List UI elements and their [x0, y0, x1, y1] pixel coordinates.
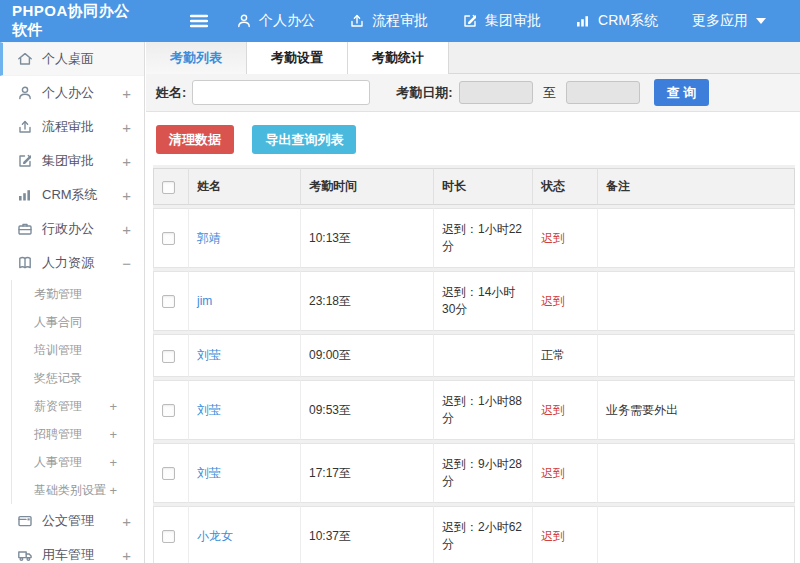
expand-toggle-icon[interactable]: + — [122, 513, 131, 530]
sidebar-subitem-label: 考勤管理 — [34, 286, 82, 303]
sidebar-subitem[interactable]: 奖惩记录 — [12, 364, 144, 392]
expand-toggle-icon[interactable]: + — [122, 187, 131, 204]
sidebar-item[interactable]: 公文管理+ — [0, 504, 144, 538]
tab-考勤列表[interactable]: 考勤列表 — [146, 42, 247, 74]
duration-cell: 迟到：14小时30分 — [434, 271, 533, 331]
doc-icon — [17, 513, 33, 529]
note-cell — [598, 443, 795, 503]
edit-icon — [17, 153, 33, 169]
name-cell: 刘莹 — [189, 443, 301, 503]
flow-icon — [17, 119, 33, 135]
sidebar-item[interactable]: 个人办公+ — [0, 76, 144, 110]
date-to-label: 至 — [543, 84, 556, 102]
search-button[interactable]: 查 询 — [654, 79, 710, 106]
sidebar-subitem-label: 培训管理 — [34, 342, 82, 359]
expand-toggle-icon[interactable]: + — [109, 399, 117, 414]
row-checkbox-cell — [153, 506, 189, 563]
user-icon — [236, 13, 252, 29]
sidebar-item[interactable]: 流程审批+ — [0, 110, 144, 144]
row-checkbox[interactable] — [162, 350, 175, 363]
table-toolbar: 清理数据 导出查询列表 — [146, 112, 800, 165]
sidebar-subitem-label: 基础类别设置 — [34, 482, 106, 499]
expand-toggle-icon[interactable]: + — [122, 547, 131, 563]
topnav-item-4[interactable]: CRM系统 — [575, 12, 658, 30]
attendance-table: 姓名考勤时间时长状态备注 郭靖10:13至迟到：1小时22分迟到jim23:18… — [153, 165, 795, 563]
user-icon — [17, 85, 33, 101]
header-checkbox-cell — [153, 168, 189, 205]
menu-toggle-icon[interactable] — [190, 14, 208, 28]
sidebar-item-label: 用车管理 — [42, 546, 94, 563]
row-checkbox[interactable] — [162, 404, 175, 417]
expand-toggle-icon[interactable]: + — [109, 483, 117, 498]
employee-name-link[interactable]: 刘莹 — [197, 403, 221, 417]
sidebar-item[interactable]: 个人桌面 — [0, 42, 144, 76]
sidebar-item-label: CRM系统 — [42, 186, 98, 204]
sidebar-item[interactable]: 行政办公+ — [0, 212, 144, 246]
status-badge: 迟到 — [541, 231, 565, 245]
expand-toggle-icon[interactable]: + — [109, 455, 117, 470]
filter-bar: 姓名: 考勤日期: 至 查 询 — [146, 74, 800, 112]
expand-toggle-icon[interactable]: + — [109, 427, 117, 442]
sidebar-item[interactable]: CRM系统+ — [0, 178, 144, 212]
name-cell: 郭靖 — [189, 208, 301, 268]
employee-name-link[interactable]: 刘莹 — [197, 348, 221, 362]
table-row: 刘莹17:17至迟到：9小时28分迟到 — [153, 443, 795, 503]
row-checkbox[interactable] — [162, 232, 175, 245]
employee-name-link[interactable]: 郭靖 — [197, 231, 221, 245]
topnav-item-label: 更多应用 — [692, 12, 748, 30]
expand-toggle-icon[interactable]: + — [122, 221, 131, 238]
note-cell — [598, 271, 795, 331]
date-to-input[interactable] — [566, 81, 640, 104]
row-checkbox-cell — [153, 271, 189, 331]
sidebar-item[interactable]: 用车管理+ — [0, 538, 144, 563]
topnav-item-label: 流程审批 — [372, 12, 428, 30]
main-content: 考勤列表考勤设置考勤统计 姓名: 考勤日期: 至 查 询 清理数据 导出查询列表… — [146, 42, 800, 563]
topnav-item-3[interactable]: 集团审批 — [462, 12, 541, 30]
status-badge: 迟到 — [541, 529, 565, 543]
time-cell: 09:00至 — [301, 334, 434, 377]
select-all-checkbox[interactable] — [162, 181, 175, 194]
export-list-button[interactable]: 导出查询列表 — [252, 125, 356, 154]
sidebar-subitem-label: 薪资管理 — [34, 398, 82, 415]
employee-name-link[interactable]: 小龙女 — [197, 529, 233, 543]
expand-toggle-icon[interactable]: + — [122, 153, 131, 170]
employee-name-link[interactable]: jim — [197, 294, 212, 308]
sidebar-subitem[interactable]: 人事合同 — [12, 308, 144, 336]
row-checkbox[interactable] — [162, 295, 175, 308]
date-from-input[interactable] — [459, 81, 533, 104]
employee-name-link[interactable]: 刘莹 — [197, 466, 221, 480]
status-cell: 迟到 — [533, 380, 598, 440]
sidebar-subitem[interactable]: 基础类别设置+ — [12, 476, 144, 504]
tab-考勤设置[interactable]: 考勤设置 — [247, 42, 348, 74]
topnav-item-5[interactable]: 更多应用 — [692, 12, 766, 30]
duration-text: 迟到：2小时62分 — [442, 519, 524, 553]
table-row: 刘莹09:00至正常 — [153, 334, 795, 377]
row-checkbox[interactable] — [162, 530, 175, 543]
sidebar-subitem[interactable]: 薪资管理+ — [12, 392, 144, 420]
attendance-table-wrap: 姓名考勤时间时长状态备注 郭靖10:13至迟到：1小时22分迟到jim23:18… — [153, 165, 795, 563]
sidebar-subitem[interactable]: 招聘管理+ — [12, 420, 144, 448]
clean-data-button[interactable]: 清理数据 — [156, 125, 234, 154]
briefcase-icon — [17, 221, 33, 237]
name-input[interactable] — [192, 80, 370, 105]
tab-考勤统计[interactable]: 考勤统计 — [348, 42, 449, 74]
time-cell: 17:17至 — [301, 443, 434, 503]
sidebar-item[interactable]: 集团审批+ — [0, 144, 144, 178]
sidebar-subitem[interactable]: 考勤管理 — [12, 280, 144, 308]
sidebar-subitem[interactable]: 人事管理+ — [12, 448, 144, 476]
expand-toggle-icon[interactable]: + — [122, 119, 131, 136]
expand-toggle-icon[interactable]: − — [122, 255, 131, 272]
row-checkbox-cell — [153, 208, 189, 268]
sidebar-item-label: 流程审批 — [42, 118, 94, 136]
expand-toggle-icon[interactable]: + — [122, 85, 131, 102]
topnav-item-2[interactable]: 流程审批 — [349, 12, 428, 30]
sidebar-item[interactable]: 人力资源− — [0, 246, 144, 280]
row-checkbox[interactable] — [162, 467, 175, 480]
sidebar-submenu: 考勤管理人事合同培训管理奖惩记录薪资管理+招聘管理+人事管理+基础类别设置+ — [11, 280, 144, 504]
sidebar-item-label: 公文管理 — [42, 512, 94, 530]
topnav-item-1[interactable]: 个人办公 — [236, 12, 315, 30]
note-cell — [598, 506, 795, 563]
name-cell: jim — [189, 271, 301, 331]
sidebar-subitem[interactable]: 培训管理 — [12, 336, 144, 364]
table-row: jim23:18至迟到：14小时30分迟到 — [153, 271, 795, 331]
